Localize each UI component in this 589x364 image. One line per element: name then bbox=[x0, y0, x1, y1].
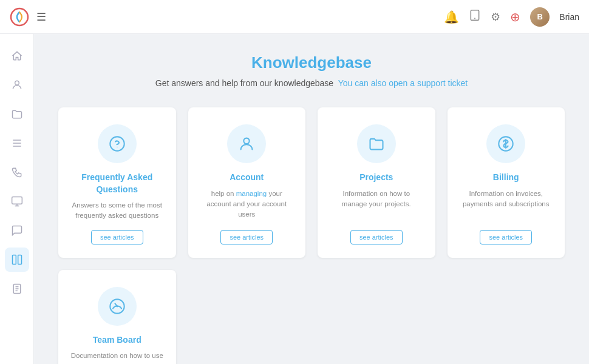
projects-icon-wrap bbox=[357, 124, 396, 163]
question-icon bbox=[109, 135, 126, 152]
svg-point-3 bbox=[15, 81, 19, 85]
faq-see-articles-btn[interactable]: see articles bbox=[91, 230, 143, 244]
sidebar-item-chat[interactable] bbox=[5, 218, 29, 243]
gear-icon[interactable]: ⚙ bbox=[491, 10, 500, 24]
nav-right: 🔔 ⚙ ⊕ B Brian bbox=[444, 7, 579, 27]
username: Brian bbox=[559, 12, 579, 22]
sidebar-item-phone[interactable] bbox=[5, 160, 29, 184]
faq-desc: Answers to some of the most frequently a… bbox=[70, 200, 164, 221]
account-see-articles-btn[interactable]: see articles bbox=[220, 230, 273, 244]
sidebar-item-folder[interactable] bbox=[5, 102, 29, 126]
teamboard-title: Team Board bbox=[93, 334, 141, 346]
sidebar-item-home[interactable] bbox=[5, 44, 29, 68]
faq-icon-wrap bbox=[98, 124, 137, 163]
card-account: Account help on managing your account an… bbox=[188, 107, 306, 258]
svg-point-21 bbox=[116, 305, 118, 307]
hamburger-icon[interactable]: ☰ bbox=[36, 10, 46, 24]
tablet-icon[interactable] bbox=[469, 9, 481, 24]
faq-title: Frequently Asked Questions bbox=[70, 172, 164, 195]
main-content: Knowledgebase Get answers and help from … bbox=[34, 34, 589, 364]
projects-see-articles-btn[interactable]: see articles bbox=[350, 230, 403, 244]
billing-icon-wrap bbox=[486, 124, 525, 163]
plus-circle-icon[interactable]: ⊕ bbox=[510, 10, 520, 24]
page-subtitle: Get answers and help from our knowledgeb… bbox=[58, 78, 565, 88]
person-icon bbox=[238, 135, 255, 152]
sidebar-item-users[interactable] bbox=[5, 73, 29, 97]
cards-grid-top: Frequently Asked Questions Answers to so… bbox=[58, 107, 565, 258]
nav-left: ☰ bbox=[10, 7, 46, 27]
page-title: Knowledgebase bbox=[58, 53, 565, 72]
managing-link[interactable]: managing bbox=[236, 190, 267, 197]
account-icon-wrap bbox=[227, 124, 266, 163]
logo-icon[interactable] bbox=[10, 7, 29, 27]
card-faq: Frequently Asked Questions Answers to so… bbox=[58, 107, 176, 258]
sidebar-item-list[interactable] bbox=[5, 131, 29, 155]
dollar-icon bbox=[497, 135, 514, 152]
svg-rect-11 bbox=[18, 255, 21, 265]
svg-point-0 bbox=[11, 8, 28, 25]
account-desc: help on managing your account and your a… bbox=[200, 189, 294, 221]
account-title: Account bbox=[230, 172, 264, 184]
billing-desc: Information on invoices, payments and su… bbox=[460, 189, 553, 221]
billing-title: Billing bbox=[493, 172, 519, 184]
sidebar-item-monitor[interactable] bbox=[5, 189, 29, 214]
card-projects: Projects Information on how to manage yo… bbox=[318, 107, 435, 258]
projects-title: Projects bbox=[359, 172, 393, 184]
top-nav: ☰ 🔔 ⚙ ⊕ B Brian bbox=[0, 0, 589, 34]
teamboard-desc: Documentation on how to use your dashboa… bbox=[70, 351, 164, 364]
main-layout: Knowledgebase Get answers and help from … bbox=[0, 34, 589, 364]
avatar[interactable]: B bbox=[530, 7, 550, 27]
svg-point-17 bbox=[117, 147, 117, 147]
sidebar-item-clipboard[interactable] bbox=[5, 277, 29, 301]
svg-rect-10 bbox=[12, 255, 16, 265]
svg-point-18 bbox=[244, 138, 250, 144]
card-teamboard: Team Board Documentation on how to use y… bbox=[58, 270, 176, 364]
svg-rect-7 bbox=[12, 197, 22, 204]
support-ticket-link[interactable]: You can also open a support ticket bbox=[338, 78, 468, 88]
sidebar bbox=[0, 34, 34, 364]
card-billing: Billing Information on invoices, payment… bbox=[448, 107, 565, 258]
gauge-icon bbox=[109, 298, 126, 315]
projects-desc: Information on how to manage your projec… bbox=[330, 189, 423, 221]
folder-icon bbox=[368, 135, 385, 152]
bell-icon[interactable]: 🔔 bbox=[444, 10, 459, 24]
teamboard-icon-wrap bbox=[98, 287, 137, 326]
billing-see-articles-btn[interactable]: see articles bbox=[480, 230, 532, 244]
cards-grid-bottom: Team Board Documentation on how to use y… bbox=[58, 270, 565, 364]
sidebar-item-book[interactable] bbox=[5, 248, 29, 272]
